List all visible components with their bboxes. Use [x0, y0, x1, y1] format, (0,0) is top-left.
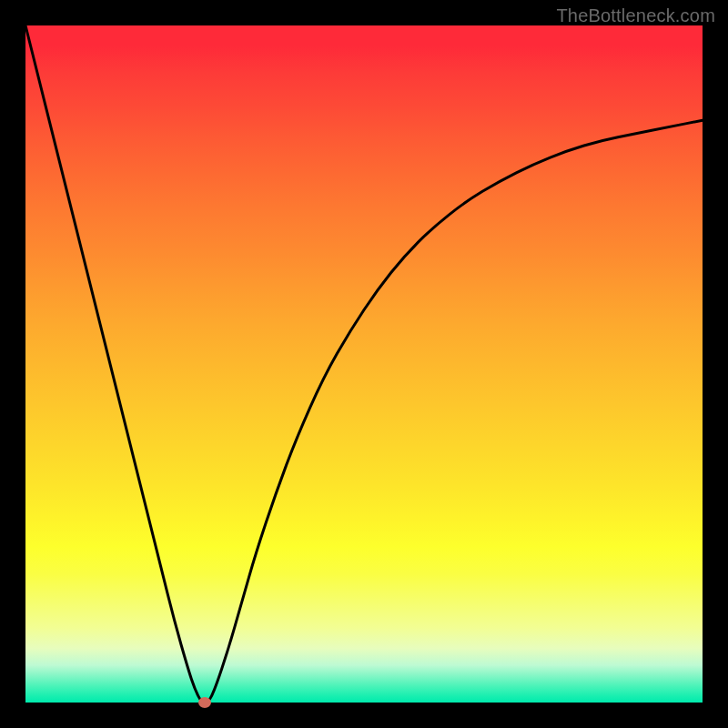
curve-svg: [25, 25, 703, 703]
watermark-text: TheBottleneck.com: [556, 5, 715, 26]
bottleneck-curve: [25, 25, 703, 703]
chart-frame: TheBottleneck.com: [0, 0, 728, 728]
optimal-point-marker: [198, 697, 211, 708]
plot-area: [25, 25, 703, 703]
